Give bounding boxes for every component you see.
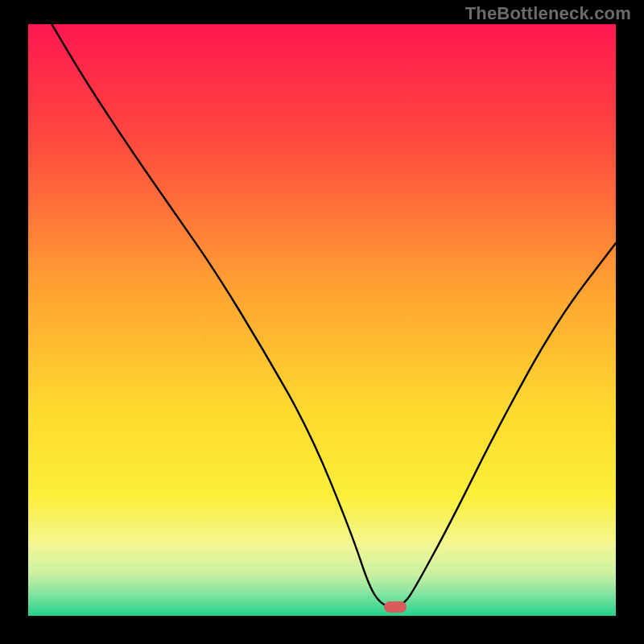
plot-area bbox=[28, 24, 616, 616]
watermark-text: TheBottleneck.com bbox=[465, 3, 631, 24]
chart-frame: TheBottleneck.com bbox=[0, 0, 644, 644]
optimal-marker bbox=[384, 601, 407, 613]
bottleneck-curve bbox=[28, 24, 616, 616]
